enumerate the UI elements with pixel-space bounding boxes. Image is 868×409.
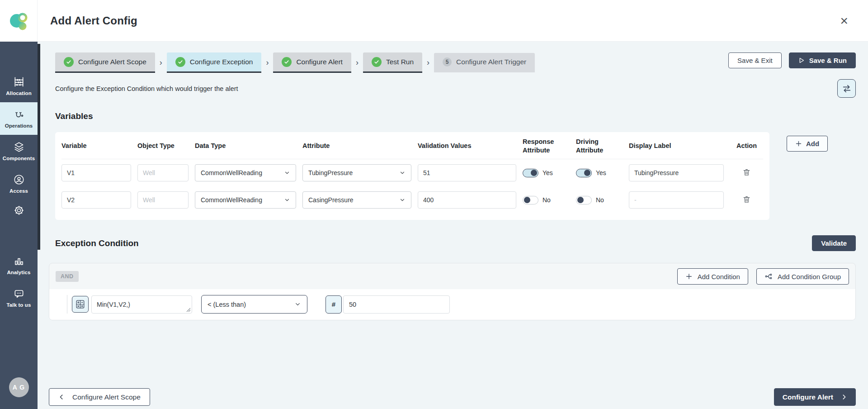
sidebar-item-access[interactable]: Access bbox=[0, 167, 38, 200]
titlebar: Add Alert Config × bbox=[38, 0, 868, 42]
app-logo[interactable] bbox=[0, 0, 38, 42]
layers-icon bbox=[13, 141, 25, 153]
step-configure-alert[interactable]: Configure Alert bbox=[273, 52, 351, 73]
gear-icon bbox=[13, 204, 25, 216]
chevron-right-icon: › bbox=[266, 58, 269, 67]
chat-icon bbox=[13, 288, 25, 300]
step-label: Configure Alert bbox=[296, 58, 343, 66]
save-exit-button[interactable]: Save & Exit bbox=[728, 52, 782, 68]
validate-label: Validate bbox=[821, 239, 847, 247]
validation-values-input[interactable] bbox=[418, 164, 516, 181]
col-variable: Variable bbox=[61, 142, 137, 150]
sidebar-label-access: Access bbox=[9, 188, 28, 194]
col-response-attribute: Response Attribute bbox=[523, 138, 576, 154]
driving-attribute-toggle[interactable] bbox=[576, 169, 592, 177]
sidebar-label-components: Components bbox=[3, 156, 35, 161]
sidebar-label-operations: Operations bbox=[5, 123, 33, 128]
step-label: Configure Alert Scope bbox=[78, 58, 146, 66]
validation-values-input[interactable] bbox=[418, 191, 516, 209]
swap-layout-button[interactable] bbox=[837, 79, 856, 98]
attribute-select[interactable]: TubingPressure bbox=[302, 164, 411, 181]
validate-button[interactable]: Validate bbox=[812, 235, 856, 251]
variables-section: Variable Object Type Data Type Attribute… bbox=[55, 132, 856, 220]
expression-builder-button[interactable] bbox=[72, 296, 89, 313]
sidebar-item-talk-to-us[interactable]: Talk to us bbox=[0, 281, 38, 314]
sidebar-label-talk-to-us: Talk to us bbox=[7, 302, 31, 308]
variable-name-input[interactable] bbox=[61, 191, 131, 209]
display-label-input[interactable] bbox=[629, 191, 724, 209]
condition-row: < (Less than) # bbox=[49, 289, 855, 320]
object-type-input[interactable] bbox=[137, 164, 189, 181]
threshold-value-input[interactable] bbox=[343, 295, 450, 314]
sidebar-item-operations[interactable]: Operations bbox=[0, 102, 38, 135]
resize-grip-icon[interactable] bbox=[186, 308, 191, 312]
display-label-input[interactable] bbox=[629, 164, 724, 181]
attribute-select[interactable]: CasingPressure bbox=[302, 191, 411, 209]
stepper-row: Configure Alert Scope › Configure Except… bbox=[49, 52, 856, 73]
variables-table: Variable Object Type Data Type Attribute… bbox=[55, 132, 769, 220]
step-configure-exception[interactable]: Configure Exception bbox=[167, 52, 262, 73]
add-condition-group-button[interactable]: Add Condition Group bbox=[756, 268, 849, 285]
step-test-run[interactable]: Test Run bbox=[363, 52, 422, 73]
chevron-right-icon bbox=[840, 394, 847, 400]
object-type-input[interactable] bbox=[137, 191, 189, 209]
add-variable-button[interactable]: Add bbox=[787, 136, 828, 152]
bar-chart-icon bbox=[13, 255, 25, 267]
variable-row-1: CommonWellReading TubingPressure Yes bbox=[61, 159, 763, 186]
group-operator-badge[interactable]: AND bbox=[56, 271, 79, 282]
logo-icon bbox=[7, 9, 30, 33]
save-run-button[interactable]: Save & Run bbox=[789, 52, 856, 68]
user-avatar[interactable]: A G bbox=[9, 377, 29, 397]
step-configure-alert-trigger[interactable]: 5 Configure Alert Trigger bbox=[434, 53, 535, 72]
col-attribute: Attribute bbox=[302, 142, 418, 150]
save-run-label: Save & Run bbox=[809, 57, 847, 64]
step-label: Configure Alert Trigger bbox=[456, 58, 526, 66]
add-condition-button[interactable]: Add Condition bbox=[677, 268, 748, 285]
chevron-right-icon: › bbox=[427, 58, 429, 67]
response-attribute-state: Yes bbox=[542, 169, 553, 176]
chevron-down-icon bbox=[399, 197, 406, 203]
col-object-type: Object Type bbox=[137, 142, 195, 150]
next-button[interactable]: Configure Alert bbox=[774, 388, 856, 406]
expression-input[interactable] bbox=[91, 295, 192, 314]
check-circle-icon bbox=[175, 57, 185, 67]
wizard-footer: Configure Alert Scope Configure Alert bbox=[49, 388, 856, 406]
chevron-right-icon: › bbox=[356, 58, 359, 67]
value-type-button[interactable]: # bbox=[326, 295, 342, 314]
attribute-value: CasingPressure bbox=[308, 196, 354, 204]
next-label: Configure Alert bbox=[783, 393, 833, 401]
sidebar-item-components[interactable]: Components bbox=[0, 135, 38, 167]
close-icon[interactable]: × bbox=[840, 14, 848, 28]
toggle-knob bbox=[584, 170, 590, 176]
modal-panel: Add Alert Config × Configure Alert Scope… bbox=[38, 0, 868, 409]
check-circle-icon bbox=[372, 57, 382, 67]
toggle-knob bbox=[531, 170, 537, 176]
response-attribute-toggle[interactable] bbox=[523, 196, 538, 204]
sidebar-item-analytics[interactable]: Analytics bbox=[0, 249, 38, 281]
sidebar-item-allocation[interactable]: Allocation bbox=[0, 70, 38, 102]
sidebar-item-settings[interactable] bbox=[0, 200, 38, 221]
toggle-knob bbox=[577, 197, 584, 203]
operator-select[interactable]: < (Less than) bbox=[201, 295, 307, 314]
driving-attribute-toggle[interactable] bbox=[576, 196, 592, 204]
modal-content: Configure Alert Scope › Configure Except… bbox=[38, 42, 868, 409]
response-attribute-toggle[interactable] bbox=[523, 169, 538, 177]
data-type-select[interactable]: CommonWellReading bbox=[195, 164, 296, 181]
delete-variable-button[interactable] bbox=[742, 168, 751, 176]
check-circle-icon bbox=[282, 57, 292, 67]
calculator-icon bbox=[75, 300, 85, 309]
data-type-select[interactable]: CommonWellReading bbox=[195, 191, 296, 209]
scrollbar-thumb[interactable] bbox=[38, 44, 40, 250]
col-display-label: Display Label bbox=[619, 142, 730, 150]
variable-row-2: CommonWellReading CasingPressure No bbox=[61, 186, 763, 214]
chevron-down-icon bbox=[399, 170, 406, 176]
driving-attribute-state: No bbox=[596, 196, 604, 204]
col-driving-attribute: Driving Attribute bbox=[576, 138, 619, 154]
step-configure-alert-scope[interactable]: Configure Alert Scope bbox=[55, 52, 155, 73]
plus-icon bbox=[685, 273, 693, 280]
add-condition-group-label: Add Condition Group bbox=[778, 273, 841, 281]
variable-name-input[interactable] bbox=[61, 164, 131, 181]
delete-variable-button[interactable] bbox=[742, 195, 751, 204]
back-button[interactable]: Configure Alert Scope bbox=[49, 388, 150, 406]
person-circle-icon bbox=[13, 174, 25, 185]
